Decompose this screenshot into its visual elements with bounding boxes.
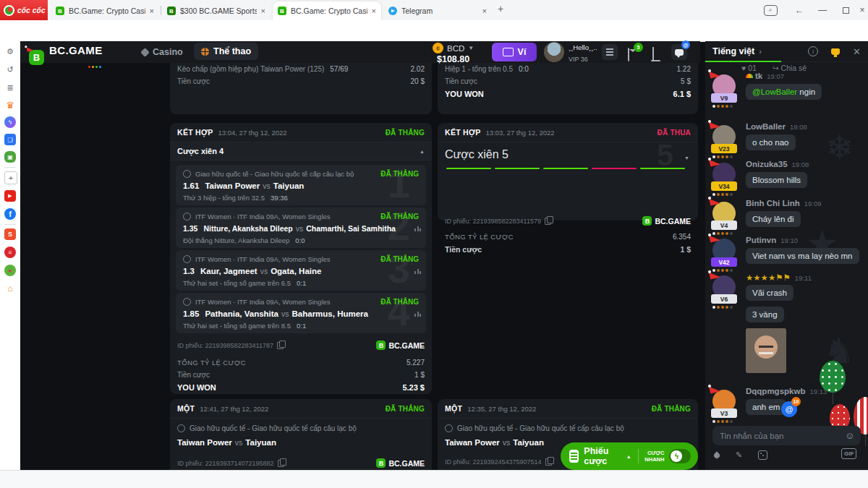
- youtube-icon[interactable]: ▶: [4, 190, 16, 202]
- gif-button[interactable]: GIF: [841, 448, 856, 459]
- bet-time: 12:41, 27 thg 12, 2022: [200, 405, 268, 413]
- dice-icon[interactable]: [758, 450, 767, 460]
- gear-icon[interactable]: ⚙: [4, 46, 16, 57]
- message-author[interactable]: Putinvn19:10: [746, 236, 798, 244]
- tab-close-icon[interactable]: ×: [150, 7, 154, 15]
- new-tab-button[interactable]: +: [498, 3, 503, 14]
- market-label: Kèo chấp (gồm hiệp phụ) Taiwan Power (12…: [177, 65, 324, 73]
- browser-tab-1[interactable]: B BC.Game: Crypto Casino Gan ×: [51, 1, 159, 20]
- message-author[interactable]: Onizuka3519:08: [746, 160, 809, 168]
- crown-icon[interactable]: ♛: [4, 99, 16, 111]
- close-icon[interactable]: ✕: [853, 46, 861, 57]
- game-app-icon[interactable]: ●: [4, 265, 16, 276]
- search-tabs-button[interactable]: ⌕: [758, 0, 783, 20]
- info-icon[interactable]: i: [808, 46, 818, 56]
- bcgame-logo[interactable]: B BC.GAME: [29, 44, 103, 71]
- chat-message-input[interactable]: [712, 426, 861, 445]
- history-icon[interactable]: ↺: [4, 64, 16, 75]
- leg-market: Thứ hai set - tổng số game trên 8.50:1: [183, 322, 306, 330]
- messenger-icon[interactable]: ϟ: [4, 116, 16, 128]
- league-label: Giao hữu quốc tế - Giao hữu quốc tế cấp …: [457, 424, 624, 432]
- notifications-button[interactable]: [652, 48, 654, 61]
- leg-result-win: [543, 168, 588, 169]
- tab-close-icon[interactable]: ×: [372, 7, 376, 15]
- wallet-button[interactable]: Ví: [492, 43, 537, 61]
- reading-list-icon[interactable]: ≣: [4, 82, 16, 93]
- browser-tab-3-active[interactable]: B BC.Game: Crypto Casino Gan ×: [273, 1, 381, 20]
- nav-casino-label: Casino: [153, 47, 183, 57]
- browser-tab-4[interactable]: Telegram ×: [383, 1, 492, 20]
- leg-league: ITF Women · ITF India 09A, Women Singles: [183, 213, 331, 221]
- message-author[interactable]: LowBaller19:08: [746, 122, 807, 131]
- user-avatar[interactable]: [544, 42, 564, 62]
- wallet-icon: [503, 48, 514, 56]
- bet-card-header: KẾT HỢP 13:04, 27 thg 12, 2022 ĐÃ THẮNG: [170, 123, 432, 142]
- cart-icon[interactable]: ⌂: [4, 283, 16, 294]
- total-odds-value: 6.354: [673, 233, 691, 241]
- author-name: Onizuka35: [746, 160, 788, 168]
- leg-odds: 1.85: [183, 309, 199, 318]
- checklist-app-icon[interactable]: ≡: [4, 247, 16, 258]
- nav-sports[interactable]: Thể thao: [194, 43, 258, 60]
- facebook-icon[interactable]: f: [4, 208, 16, 220]
- chat-toggle-button[interactable]: @: [671, 44, 687, 60]
- window-restore-button[interactable]: [833, 0, 858, 20]
- message-bubble: Viet nam vs ma lay nèo mn: [746, 248, 859, 264]
- home-team: Taiwan Power: [177, 438, 232, 447]
- stats-icon[interactable]: [414, 312, 421, 317]
- wallet-label: Ví: [518, 47, 527, 57]
- menu-button[interactable]: [602, 44, 618, 60]
- copy-icon[interactable]: [545, 218, 551, 225]
- expand-arrow-icon: ▼: [684, 155, 689, 160]
- stats-icon[interactable]: [414, 269, 421, 274]
- pen-icon[interactable]: ✎: [736, 450, 742, 460]
- chevron-right-icon[interactable]: ›: [759, 47, 762, 56]
- tennis-icon: [183, 298, 191, 306]
- message-author[interactable]: tk19:07: [746, 72, 784, 80]
- tab-close-icon[interactable]: ×: [261, 7, 265, 15]
- stake-label: Tiền cược: [177, 77, 210, 85]
- tab-close-icon[interactable]: ×: [482, 7, 487, 15]
- message-author[interactable]: Dqqpmgspkwb19:13: [746, 387, 827, 395]
- rail-divider: [4, 224, 16, 225]
- shopping-app-icon[interactable]: S: [4, 228, 16, 240]
- leg-odds: 1.35: [183, 224, 197, 233]
- emoji-icon[interactable]: ☺: [845, 430, 854, 441]
- medal-dots: [712, 420, 733, 423]
- trophy-icon[interactable]: [831, 48, 840, 55]
- window-close-button[interactable]: ×: [856, 0, 868, 20]
- nav-casino[interactable]: Casino: [142, 47, 183, 57]
- copy-icon[interactable]: [277, 342, 284, 349]
- parlay-toggle-row[interactable]: Cược xiên 4 ▲: [170, 142, 432, 160]
- history-back-button[interactable]: ←: [787, 0, 812, 20]
- leg-league: ITF Women · ITF India 09A, Women Singles: [183, 298, 331, 306]
- user-info[interactable]: ˳˳Hello˳˳.. VIP 36: [569, 43, 597, 64]
- chat-language-tab[interactable]: Tiếng việt: [712, 46, 754, 56]
- message-author[interactable]: ★★★★⚑⚑19:11: [746, 273, 812, 283]
- vs-label: vs: [232, 438, 246, 447]
- coccoc-brand[interactable]: cốc cốc: [0, 0, 48, 20]
- quick-bet-toggle[interactable]: ϟ: [669, 449, 691, 463]
- copy-icon[interactable]: [545, 458, 552, 466]
- total-odds-label: TỔNG TỶ LỆ CƯỢC: [445, 233, 514, 241]
- plus-icon[interactable]: +: [4, 171, 17, 184]
- home-team: Taiwan Power: [445, 438, 500, 447]
- currency-selector[interactable]: ¢ BCD ▼ $108.80: [433, 43, 474, 64]
- chat-app-icon[interactable]: ❑: [4, 134, 16, 145]
- rail-divider: [4, 167, 16, 168]
- mention-text[interactable]: @LowBaller: [752, 87, 797, 96]
- stake-row: Tiền cược 5 $: [438, 77, 698, 85]
- browser-tab-2[interactable]: B $300 BC.GAME Sports Parlay ×: [162, 1, 271, 20]
- quick-bet-line2: NHANH: [644, 456, 664, 463]
- window-minimize-button[interactable]: —: [810, 0, 835, 20]
- betslip-fab[interactable]: Phiếu cược ▲ CƯỢC NHANH ϟ: [561, 442, 698, 470]
- copy-icon[interactable]: [278, 460, 284, 467]
- message-author[interactable]: Binh Chi Linh19:09: [746, 199, 822, 207]
- away-team: Baharmus, Humera: [292, 309, 368, 318]
- rain-feature-icon[interactable]: [712, 451, 720, 459]
- mentions-button[interactable]: @ 10: [781, 401, 797, 417]
- stats-icon[interactable]: [414, 226, 421, 231]
- chat-image-meme[interactable]: [746, 328, 786, 373]
- gamepad-icon[interactable]: ▣: [4, 151, 16, 163]
- mail-button[interactable]: 5: [628, 48, 629, 61]
